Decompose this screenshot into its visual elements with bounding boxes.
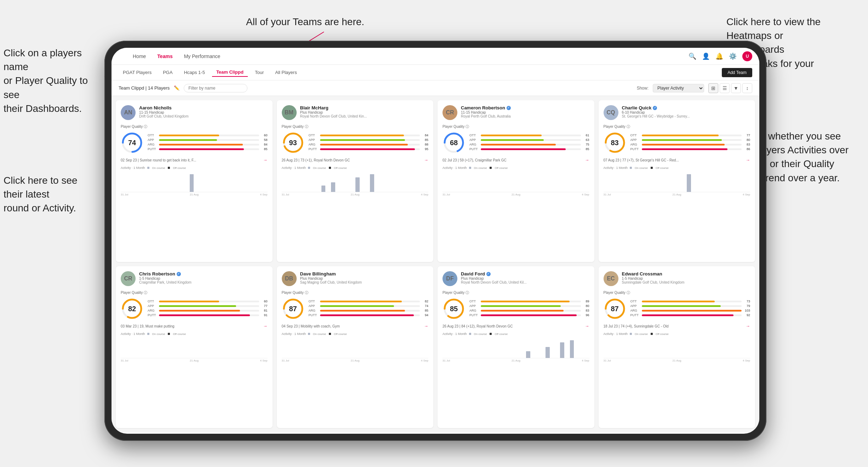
grid-view-button[interactable]: ⊞: [708, 83, 718, 93]
player-avatar[interactable]: AN: [121, 105, 136, 120]
player-avatar[interactable]: DF: [442, 271, 457, 286]
subnav-team-clippd[interactable]: Team Clippd: [212, 68, 248, 77]
player-name[interactable]: Dave Billingham: [300, 271, 429, 277]
activity-label: Activity · 1 Month On course Off course: [282, 166, 429, 170]
player-name[interactable]: Edward Crossman: [622, 271, 750, 277]
player-header: CR Chris Robertson ✓ 1-5 Handicap Craigm…: [121, 271, 268, 286]
latest-round-arrow[interactable]: →: [424, 324, 428, 329]
player-name[interactable]: Chris Robertson ✓: [139, 271, 268, 277]
player-info: Aaron Nicholls 11-15 Handicap Drift Golf…: [139, 105, 268, 118]
latest-round-arrow[interactable]: →: [424, 158, 428, 163]
latest-round[interactable]: 02 Sep 23 | Sunrise round to get back in…: [121, 158, 268, 163]
stats-bars: OTT 73 APP 79 ARG 103 PUTT: [630, 300, 750, 318]
player-avatar[interactable]: DB: [282, 271, 297, 286]
subnav-all-players[interactable]: All Players: [271, 68, 301, 76]
team-label: Team Clippd | 14 Players: [119, 85, 170, 91]
player-name[interactable]: Charlie Quick ✓: [622, 105, 750, 110]
quality-section[interactable]: 74 OTT 60 APP 58 ARG 8: [121, 131, 268, 154]
player-info: Edward Crossman 1-5 Handicap Sunningdale…: [622, 271, 750, 284]
latest-round[interactable]: 07 Aug 23 | 77 (+7), St George's Hill GC…: [604, 158, 750, 163]
subnav-hcaps[interactable]: Hcaps 1-5: [180, 68, 209, 76]
chart-dates: 31 Jul21 Aug4 Sep: [604, 359, 750, 362]
filter-button[interactable]: ▼: [731, 83, 741, 93]
chart-dates: 31 Jul21 Aug4 Sep: [282, 193, 429, 196]
latest-round[interactable]: 18 Jul 23 | 74 (+4), Sunningdale GC - Ol…: [604, 324, 750, 329]
player-handicap: 6-10 Handicap: [622, 110, 750, 114]
user-icon[interactable]: 👤: [702, 52, 710, 60]
latest-round[interactable]: 04 Sep 23 | Mobility with coach, Gym →: [282, 324, 429, 329]
table-view-button[interactable]: ☰: [720, 83, 730, 93]
latest-round[interactable]: 26 Aug 23 | 73 (+1), Royal North Devon G…: [282, 158, 429, 163]
latest-round-text: 26 Aug 23 | 84 (+12), Royal North Devon …: [442, 324, 513, 328]
quality-section[interactable]: 85 OTT 89 APP 80 ARG 8: [442, 297, 589, 320]
latest-round-arrow[interactable]: →: [746, 324, 750, 329]
settings-icon[interactable]: ⚙️: [729, 52, 737, 60]
latest-round-arrow[interactable]: →: [746, 158, 750, 163]
player-card: EC Edward Crossman 1-5 Handicap Sunningd…: [599, 266, 755, 428]
player-club: Sag Maging Golf Club, United Kingdom: [300, 280, 429, 284]
show-select[interactable]: Player Activity Quality Score Trend: [653, 84, 704, 92]
sort-button[interactable]: ↕: [742, 83, 752, 93]
chart-dates: 31 Jul21 Aug4 Sep: [282, 359, 429, 362]
player-avatar[interactable]: BM: [282, 105, 297, 120]
activity-label: Activity · 1 Month On course Off course: [442, 332, 589, 336]
nav-bar: Home Teams My Performance 🔍 👤 🔔 ⚙️ U: [112, 48, 759, 65]
bell-icon[interactable]: 🔔: [715, 52, 723, 60]
ipad-frame: Home Teams My Performance 🔍 👤 🔔 ⚙️ U PGA…: [104, 41, 766, 441]
avatar[interactable]: U: [742, 51, 752, 61]
player-name[interactable]: Aaron Nicholls: [139, 105, 268, 110]
nav-icons: 🔍 👤 🔔 ⚙️ U: [689, 51, 752, 61]
player-info: Chris Robertson ✓ 1-5 Handicap Craigmill…: [139, 271, 268, 284]
latest-round-arrow[interactable]: →: [263, 158, 268, 163]
player-name[interactable]: David Ford ✓: [461, 271, 589, 277]
player-info: Dave Billingham Plus Handicap Sag Maging…: [300, 271, 429, 284]
add-team-button[interactable]: Add Team: [722, 68, 752, 77]
quality-label: Player Quality ⓘ: [604, 290, 750, 295]
edit-icon[interactable]: ✏️: [174, 85, 179, 91]
player-avatar[interactable]: EC: [604, 271, 618, 286]
chart-dates: 31 Jul21 Aug4 Sep: [604, 193, 750, 196]
player-name[interactable]: Blair McHarg: [300, 105, 429, 110]
stats-bars: OTT 60 APP 58 ARG 84 PUTT: [148, 133, 268, 152]
latest-round[interactable]: 03 Mar 23 | 19, Must make putting →: [121, 324, 268, 329]
nav-link-teams[interactable]: Teams: [157, 53, 172, 59]
player-avatar[interactable]: CR: [121, 271, 136, 286]
search-icon[interactable]: 🔍: [689, 52, 696, 60]
nav-link-performance[interactable]: My Performance: [184, 53, 221, 59]
player-club: Royal Perth Golf Club, Australia: [461, 114, 589, 118]
player-avatar[interactable]: CQ: [604, 105, 618, 120]
activity-section: Activity · 1 Month On course Off course …: [121, 332, 268, 362]
nav-link-home[interactable]: Home: [133, 53, 146, 59]
player-info: Cameron Robertson ✓ 11-15 Handicap Royal…: [461, 105, 589, 118]
activity-section: Activity · 1 Month On course Off course …: [604, 166, 750, 196]
player-avatar[interactable]: CR: [442, 105, 457, 120]
activity-section: Activity · 1 Month On course Off course …: [604, 332, 750, 362]
quality-label: Player Quality ⓘ: [282, 124, 429, 129]
player-header: DF David Ford ✓ Plus Handicap Royal Nort…: [442, 271, 589, 286]
player-name[interactable]: Cameron Robertson ✓: [461, 105, 589, 110]
player-club: Craigmillar Park, United Kingdom: [139, 280, 268, 284]
quality-section[interactable]: 68 OTT 61 APP 63 ARG 7: [442, 131, 589, 154]
player-header: BM Blair McHarg Plus Handicap Royal Nort…: [282, 105, 429, 120]
latest-round[interactable]: 02 Jul 23 | 59 (+17), Craigmillar Park G…: [442, 158, 589, 163]
quality-label: Player Quality ⓘ: [442, 124, 589, 129]
quality-label: Player Quality ⓘ: [282, 290, 429, 295]
player-handicap: 1-5 Handicap: [622, 277, 750, 280]
player-info: Blair McHarg Plus Handicap Royal North D…: [300, 105, 429, 118]
filter-input[interactable]: [184, 84, 247, 92]
quality-section[interactable]: 82 OTT 60 APP 77 ARG 8: [121, 297, 268, 320]
subnav-tour[interactable]: Tour: [251, 68, 268, 76]
latest-round-arrow[interactable]: →: [263, 324, 268, 329]
subnav-pgat[interactable]: PGAT Players: [119, 68, 156, 76]
subnav-pga[interactable]: PGA: [159, 68, 177, 76]
latest-round-arrow[interactable]: →: [585, 324, 589, 329]
latest-round[interactable]: 26 Aug 23 | 84 (+12), Royal North Devon …: [442, 324, 589, 329]
quality-section[interactable]: 87 OTT 73 APP 79 ARG 1: [604, 297, 750, 320]
player-handicap: Plus Handicap: [461, 277, 589, 280]
latest-round-arrow[interactable]: →: [585, 158, 589, 163]
quality-section[interactable]: 83 OTT 77 APP 80 ARG 8: [604, 131, 750, 154]
stats-bars: OTT 61 APP 63 ARG 75 PUTT: [469, 133, 589, 152]
player-header: CR Cameron Robertson ✓ 11-15 Handicap Ro…: [442, 105, 589, 120]
quality-section[interactable]: 87 OTT 82 APP 74 ARG 8: [282, 297, 429, 320]
quality-section[interactable]: 93 OTT 84 APP 85 ARG 8: [282, 131, 429, 154]
